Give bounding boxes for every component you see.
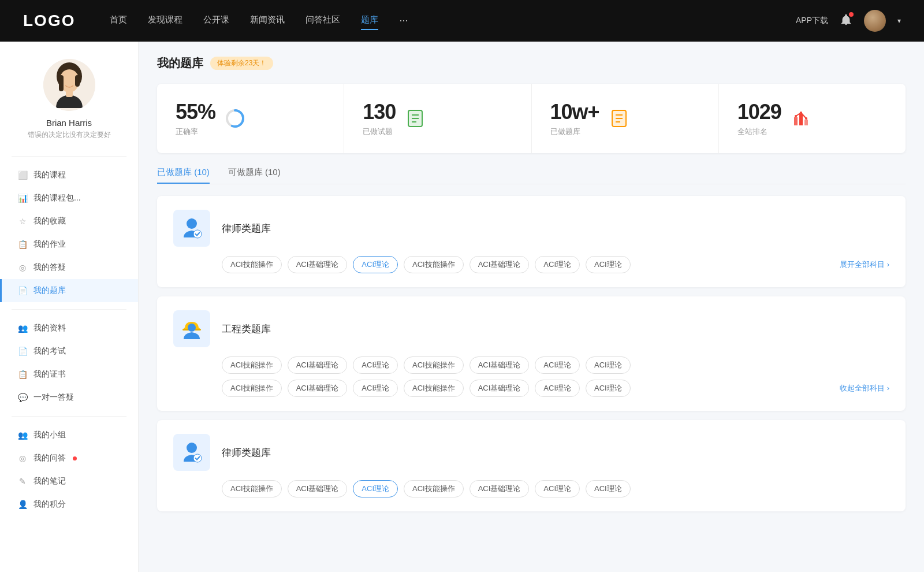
chart-red-icon [791,108,811,129]
qbank-tag-0-6[interactable]: ACI理论 [586,256,631,273]
qbank-title-0: 律师类题库 [222,222,271,235]
notification-bell[interactable] [840,13,852,28]
svg-rect-3 [59,75,64,91]
stat-ranking-label: 全站排名 [737,127,781,137]
sidebar-item-group[interactable]: 👥 我的小组 [0,424,138,447]
nav-open[interactable]: 公开课 [203,14,229,28]
sidebar-item-exam[interactable]: 📄 我的考试 [0,340,138,363]
sidebar-item-my-qa[interactable]: ◎ 我的问答 [0,447,138,470]
notes-icon: ✎ [17,476,28,486]
sidebar-item-label: 我的作业 [33,239,66,250]
sidebar-item-my-course[interactable]: ⬜ 我的课程 [0,164,138,187]
qbank-tag-0-4[interactable]: ACI基础理论 [470,256,530,273]
engineer-person-icon [179,316,204,341]
stat-done-value: 130 [363,100,396,124]
svg-rect-5 [66,90,73,97]
qbank-title-1: 工程类题库 [222,322,271,336]
notes-orange-icon [609,108,629,129]
main-nav: 首页 发现课程 公开课 新闻资讯 问答社区 题库 ··· [110,14,796,28]
qbank-expand-1[interactable]: 收起全部科目 › [840,383,889,393]
sidebar-item-label: 我的问答 [33,453,66,463]
stat-banks-value: 10w+ [550,100,599,124]
qbank-tag-0-1[interactable]: ACI基础理论 [288,256,348,273]
qbank-tag-2-2[interactable]: ACI理论 [353,480,398,497]
qbank-tag-0-0[interactable]: ACI技能操作 [222,256,282,273]
qbank-tag-1r-3[interactable]: ACI技能操作 [404,380,464,397]
sidebar-item-points[interactable]: 👤 我的积分 [0,493,138,516]
qbank-card-2: 律师类题库 ACI技能操作 ACI基础理论 ACI理论 ACI技能操作 ACI基… [157,420,906,511]
user-avatar[interactable] [864,10,886,32]
nav-qa[interactable]: 问答社区 [305,14,340,28]
app-download-button[interactable]: APP下载 [796,16,828,26]
user-menu-arrow[interactable]: ▾ [897,17,901,25]
sidebar-divider-top [12,156,126,157]
qbank-tag-0-5[interactable]: ACI理论 [535,256,580,273]
qbank-tag-1-0[interactable]: ACI技能操作 [222,356,282,374]
qbank-icon-lawyer-0 [173,210,210,247]
nav-home[interactable]: 首页 [110,14,127,28]
header-right: APP下载 ▾ [796,10,901,32]
svg-rect-20 [804,120,808,125]
qbank-tag-1-2[interactable]: ACI理论 [353,356,398,374]
tab-done-banks[interactable]: 已做题库 (10) [157,167,210,184]
stat-ranking: 1029 全站排名 [719,84,906,153]
qbank-tag-1r-2[interactable]: ACI理论 [353,380,398,397]
qbank-tag-2-4[interactable]: ACI基础理论 [470,480,530,497]
qbank-tag-2-1[interactable]: ACI基础理论 [288,480,348,497]
qbank-tag-1r-5[interactable]: ACI理论 [535,380,580,397]
sidebar-item-profile[interactable]: 👥 我的资料 [0,317,138,340]
svg-point-21 [795,115,797,117]
profile-icon: 👥 [17,323,28,333]
qbank-tag-2-3[interactable]: ACI技能操作 [404,480,464,497]
qbank-icon-lawyer-2 [173,434,210,471]
stat-accuracy: 55% 正确率 [157,84,344,153]
qbank-tag-1-4[interactable]: ACI基础理论 [470,356,530,374]
qbank-tag-0-2[interactable]: ACI理论 [353,256,398,273]
sidebar-item-label: 我的资料 [33,323,66,333]
course-icon: ⬜ [17,170,28,180]
qbank-icon-engineer-0 [173,310,210,347]
sidebar-item-certificate[interactable]: 📋 我的证书 [0,363,138,386]
exam-icon: 📄 [17,346,28,356]
sidebar-item-homework[interactable]: 📋 我的作业 [0,233,138,256]
qbank-tag-1-5[interactable]: ACI理论 [535,356,580,374]
qbank-tag-0-3[interactable]: ACI技能操作 [404,256,464,273]
nav-discover[interactable]: 发现课程 [148,14,182,28]
qbank-tag-2-0[interactable]: ACI技能操作 [222,480,282,497]
qbank-tag-1-6[interactable]: ACI理论 [586,356,631,374]
nav-news[interactable]: 新闻资讯 [250,14,285,28]
qa-icon: ◎ [17,453,28,463]
sidebar-username: Brian Harris [46,118,92,128]
sidebar-item-label: 我的课程包... [33,193,81,203]
sidebar-item-favorites[interactable]: ☆ 我的收藏 [0,210,138,233]
qbank-tag-1-3[interactable]: ACI技能操作 [404,356,464,374]
qbank-expand-0[interactable]: 展开全部科目 › [840,259,889,270]
logo: LOGO [23,12,75,30]
sidebar-item-label: 我的笔记 [33,476,66,486]
qbank-tag-1r-6[interactable]: ACI理论 [586,380,631,397]
sidebar-item-course-package[interactable]: 📊 我的课程包... [0,187,138,210]
qbank-tag-1-1[interactable]: ACI基础理论 [288,356,348,374]
package-icon: 📊 [17,193,28,203]
certificate-icon: 📋 [17,369,28,380]
sidebar-item-question-bank[interactable]: 📄 我的题库 [0,279,138,302]
sidebar-item-qanda[interactable]: ◎ 我的答疑 [0,256,138,279]
nav-bank[interactable]: 题库 [361,14,378,28]
qbank-tag-2-5[interactable]: ACI理论 [535,480,580,497]
tab-available-banks[interactable]: 可做题库 (10) [228,167,281,184]
stats-row: 55% 正确率 130 已做试题 [157,84,906,153]
sidebar-item-one-one[interactable]: 💬 一对一答疑 [0,386,138,409]
qbank-tag-1r-0[interactable]: ACI技能操作 [222,380,282,397]
nav-more[interactable]: ··· [399,14,408,28]
qbank-tag-2-6[interactable]: ACI理论 [586,480,631,497]
donut-chart-icon [225,108,245,129]
stat-accuracy-label: 正确率 [176,127,215,137]
sidebar-divider-bot [12,416,126,417]
sidebar-avatar [43,59,95,111]
stat-done-questions: 130 已做试题 [344,84,531,153]
qbank-tag-1r-1[interactable]: ACI基础理论 [288,380,348,397]
qbank-tag-1r-4[interactable]: ACI基础理论 [470,380,530,397]
svg-point-23 [805,117,807,120]
sidebar-item-notes[interactable]: ✎ 我的笔记 [0,470,138,493]
lawyer-person-icon-2 [179,440,204,465]
